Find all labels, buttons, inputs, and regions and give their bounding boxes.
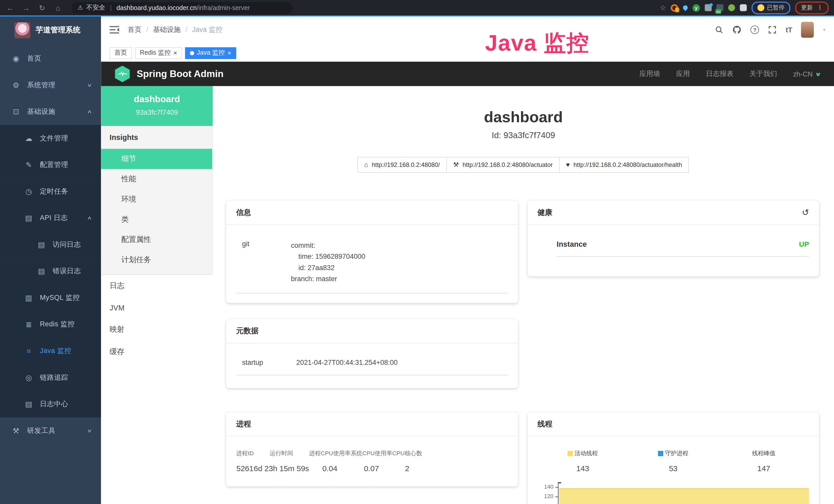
sidebar-item[interactable]: ▤ 错误日志 [0,258,101,284]
app-logo-row[interactable]: 芋道管理系统 [0,16,101,45]
redis-icon: ≣ [24,320,33,329]
close-icon[interactable]: × [227,50,232,56]
tag-tab[interactable]: Redis 监控 × [135,47,182,59]
sidebar-item[interactable]: ≣ Redis 监控 [0,311,101,338]
instance-link-button[interactable]: ⚒ http://192.168.0.2:48080/actuator [446,157,560,173]
extension-y-icon[interactable]: y [693,4,700,12]
divider: | [110,4,111,12]
forward-icon[interactable]: → [21,3,31,12]
reload-icon[interactable]: ↻ [37,3,47,12]
page-subtitle: Id: 93a3fc7f7409 [213,131,834,140]
avatar-caret-icon[interactable]: ▾ [823,27,825,32]
sba-menu-item[interactable]: 计划任务 [101,250,212,270]
active-dot [190,51,194,55]
update-button[interactable]: 更新⋮ [795,1,829,14]
bookmark-star-icon[interactable]: ☆ [660,4,666,12]
tag-tab[interactable]: 首页 × [110,47,132,59]
access-log-icon: ▤ [37,240,46,249]
card-title: 线程 [527,412,819,436]
sba-menu-item[interactable]: 缓存 [101,341,213,363]
sba-instance-header[interactable]: dashboard 93a3fc7f7409 [101,86,213,126]
breadcrumb-item[interactable]: 基础设施/ [153,25,192,35]
thread-stat: 守护进程 53 [628,449,719,473]
sba-sidebar: dashboard 93a3fc7f7409 Insights 细节 性能 [101,86,213,504]
mysql-icon: ▥ [24,294,33,302]
tag-tab[interactable]: Java 监控 × [185,47,236,59]
sba-menu-item[interactable]: 日志 [101,275,213,297]
sidebar-item[interactable]: ▤ 日志中心 [0,391,101,417]
address-bar[interactable]: ⚠ 不安全 | dashboard.yudao.iocoder.cn/infra… [71,2,292,14]
sidebar-item[interactable]: ⚙ 系统管理 ∨ [0,72,101,98]
font-size-icon[interactable]: tT [786,26,792,33]
sidebar-item[interactable]: ◷ 定时任务 [0,178,101,205]
sidebar-item[interactable]: ▥ MySQL 监控 [0,284,101,311]
sidebar-item[interactable]: ⌗ Java 监控 [0,338,101,364]
locale-select[interactable]: zh-CN ∨ [793,70,820,78]
cloud-upload-icon: ☁ [24,134,33,142]
metadata-value: 2021-04-27T00:44:31.254+08:00 [296,359,507,366]
sidebar-item[interactable]: ◎ 链路追踪 [0,364,101,391]
breadcrumb-item[interactable]: Java 监控/ [192,25,222,35]
app-logo-avatar [14,22,30,38]
fullscreen-icon[interactable] [768,25,777,34]
sba-nav-item[interactable]: 关于我们 [749,69,777,78]
area-series [559,488,809,504]
sba-nav-item[interactable]: 应用墙 [639,69,660,78]
screen: ← → ↻ ⌂ ⚠ 不安全 | dashboard.yudao.iocoder.… [0,0,834,504]
sba-menu-item[interactable]: 性能 [101,169,212,189]
sidebar-item[interactable]: ⊡ 基础设施 ∧ [0,98,101,125]
sidebar-item[interactable]: ✎ 配置管理 [0,152,101,178]
wrench-icon: ⚒ [453,161,459,168]
close-icon[interactable]: × [173,50,177,56]
sba-menu-item[interactable]: 映射 [101,318,213,341]
browser-home-icon[interactable]: ⌂ [53,3,63,12]
paused-badge[interactable]: 已暂停 [751,1,790,14]
extension-leaf-icon[interactable] [728,4,735,11]
search-icon[interactable] [715,25,724,34]
process-metric: 运行时间 6d 23h 15m 59s [254,449,309,473]
sidebar-item[interactable]: ☁ 文件管理 [0,125,101,152]
sba-menu-item[interactable]: 配置属性 [101,230,212,250]
info-line: branch: master [291,273,508,284]
info-line: id: 27aa832 [291,262,508,273]
sidebar-item[interactable]: ▤ API 日志 ∧ [0,205,101,231]
sidebar-item[interactable]: ◉ 首页 [0,45,101,72]
extension-pin-icon[interactable] [682,4,688,11]
info-key: git [236,240,291,284]
sidebar-item[interactable]: ⚒ 研发工具 ∨ [0,417,101,444]
browser-actions: ☆ 1 y on 已暂停 更新⋮ [660,1,829,14]
process-metric: 系统CPU使用率 0.07 [351,449,392,473]
sba-menu-item[interactable]: 类 [101,209,212,230]
breadcrumb-item[interactable]: 首页/ [128,25,153,35]
instance-name: dashboard [101,94,213,105]
back-icon[interactable]: ← [5,3,15,12]
health-row[interactable]: Instance UP [556,240,809,257]
hamburger-icon[interactable] [110,26,119,33]
extensions-puzzle-icon[interactable] [740,4,747,11]
sba-nav-item[interactable]: 日志报表 [706,69,733,78]
history-icon[interactable]: ↺ [802,207,809,217]
sba-nav: 应用墙应用日志报表关于我们 zh-CN ∨ [639,69,820,78]
user-avatar[interactable] [802,22,814,38]
card-title: 健康 [537,208,552,217]
threads-chart: 140120100 [537,484,809,504]
link-home-icon: ⌂ [364,161,368,168]
extension-recorder-icon[interactable]: 1 [671,4,678,12]
sba-logo-icon[interactable] [115,66,130,82]
sba-menu-item[interactable]: 环境 [101,189,212,209]
sidebar-item[interactable]: ▤ 访问日志 [0,231,101,258]
sba-brand[interactable]: Spring Boot Admin [137,68,223,79]
extension-switch-icon[interactable]: on [716,4,723,11]
help-icon[interactable]: ? [750,25,759,34]
error-log-icon: ▤ [37,267,46,275]
instance-link-button[interactable]: ⌂ http://192.168.0.2:48080/ [357,157,447,173]
sba-menu-item[interactable]: 细节 [101,149,212,169]
sba-menu-item[interactable]: JVM [101,297,213,319]
instance-links: ⌂ http://192.168.0.2:48080/ ⚒ http://192… [213,157,834,173]
instance-link-button[interactable]: ♥ http://192.168.0.2:48080/actuator/heal… [559,157,689,173]
sba-nav-item[interactable]: 应用 [676,69,690,78]
thread-stat: 线程峰值 147 [719,449,809,473]
menu-kebab-icon[interactable]: ⋮ [817,4,823,11]
extension-grid-icon[interactable] [705,4,712,11]
github-icon[interactable] [732,25,742,34]
